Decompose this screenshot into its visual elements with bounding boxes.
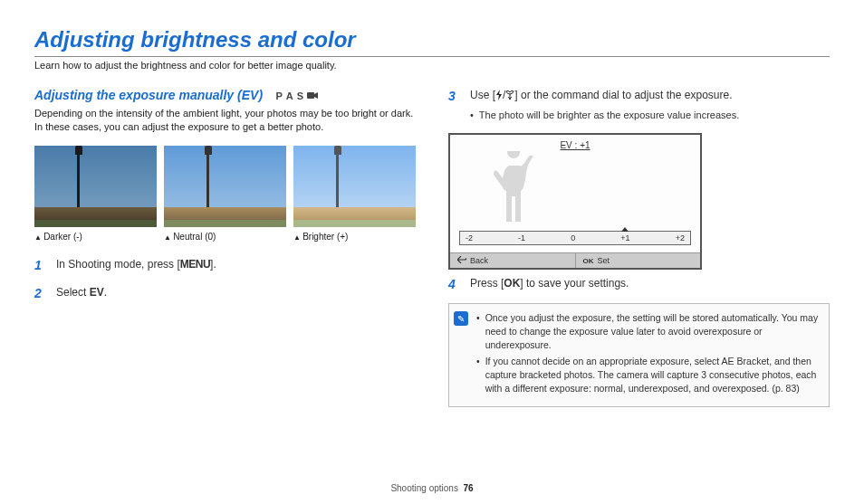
ev-marker-icon (621, 227, 629, 232)
mode-video-icon (307, 90, 318, 101)
thumb-darker (34, 146, 157, 227)
step-4-text: Press [OK] to save your settings. (470, 275, 830, 294)
step-2: 2 Select EV. (34, 284, 416, 303)
mode-s-icon: S (297, 90, 303, 101)
ev-title: EV : +1 (459, 140, 691, 150)
page-title: Adjusting brightness and color (34, 27, 830, 52)
step-3-num: 3 (448, 87, 461, 124)
ok-label: OK (504, 277, 520, 290)
step-1: 1 In Shooting mode, press [MENU]. (34, 256, 416, 275)
mode-a-icon: A (286, 90, 293, 101)
footer-page: 76 (463, 483, 473, 493)
caption-neutral: Neutral (0) (164, 232, 286, 242)
step-3: 3 Use [/] or the command dial to adjust … (448, 87, 830, 124)
thumb-brighter (293, 146, 416, 227)
back-icon (457, 256, 466, 265)
example-images: Darker (-) Neutral (0) Brighter (+) (34, 146, 416, 242)
right-column: 3 Use [/] or the command dial to adjust … (448, 87, 830, 407)
ev-scale: -2 -1 0 +1 +2 (459, 231, 691, 245)
example-neutral: Neutral (0) (164, 146, 286, 242)
ok-small-icon: OK (583, 257, 594, 265)
ev-tick: +1 (620, 233, 629, 242)
footer-section: Shooting options (390, 483, 458, 493)
ev-tick: 0 (571, 233, 575, 242)
note-icon: ✎ (454, 311, 468, 326)
svg-rect-0 (307, 92, 314, 99)
menu-label: MENU (180, 258, 210, 271)
ev-tick: -1 (518, 233, 525, 242)
page-footer: Shooting options 76 (0, 483, 864, 493)
caption-darker: Darker (-) (34, 232, 157, 242)
section-title: Adjusting the exposure manually (EV) (34, 88, 263, 102)
step-4-num: 4 (448, 275, 461, 294)
note-item-2: If you cannot decide on an appropriate e… (476, 355, 820, 395)
title-rule (34, 56, 830, 57)
mode-icons: P A S (276, 90, 319, 101)
silhouette-icon (486, 151, 541, 223)
note-box: ✎ Once you adjust the exposure, the sett… (448, 303, 830, 406)
ev-tick: +2 (676, 233, 685, 242)
step-4: 4 Press [OK] to save your settings. (448, 275, 830, 294)
ev-label: EV (90, 286, 104, 299)
steps-left: 1 In Shooting mode, press [MENU]. 2 Sele… (34, 256, 416, 303)
ev-screen: EV : +1 -2 -1 0 +1 +2 (448, 133, 702, 270)
ev-back: Back (450, 253, 576, 268)
example-darker: Darker (-) (34, 146, 157, 242)
step-2-num: 2 (34, 284, 47, 303)
flash-icon (495, 89, 503, 105)
left-column: Adjusting the exposure manually (EV) P A… (34, 87, 416, 407)
ev-tick: -2 (466, 233, 473, 242)
macro-icon (505, 89, 514, 105)
caption-brighter: Brighter (+) (293, 232, 416, 242)
step-2-text: Select EV. (56, 284, 416, 303)
example-brighter: Brighter (+) (293, 146, 416, 242)
page-subtitle: Learn how to adjust the brightness and c… (34, 60, 830, 71)
thumb-neutral (164, 146, 286, 227)
step-1-num: 1 (34, 256, 47, 275)
note-item-1: Once you adjust the exposure, the settin… (476, 311, 820, 351)
step-1-text: In Shooting mode, press [MENU]. (56, 256, 416, 275)
step-3-bullet: The photo will be brighter as the exposu… (470, 109, 830, 122)
mode-p-icon: P (276, 90, 283, 101)
ev-set: OKSet (576, 253, 701, 268)
section-desc: Depending on the intensity of the ambien… (34, 107, 416, 135)
step-3-text: Use [/] or the command dial to adjust th… (470, 87, 830, 124)
